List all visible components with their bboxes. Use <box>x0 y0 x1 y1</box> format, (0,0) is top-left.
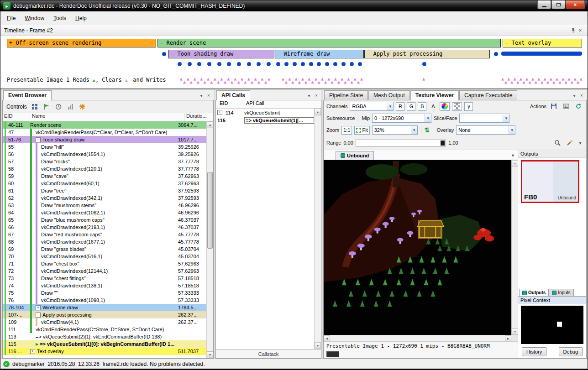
texture-list-dropdown-icon[interactable]: ▼ <box>508 153 518 160</box>
usage-marker[interactable]: ▲ <box>571 80 573 84</box>
usage-marker[interactable]: ▲ <box>562 77 564 81</box>
timeline-bar-text-overlay[interactable]: - Text overlay <box>503 39 582 47</box>
usage-marker[interactable]: ▲ <box>207 77 210 81</box>
texture-display[interactable] <box>324 160 511 335</box>
event-row[interactable]: 111vkCmdEndRenderPass(C=Store, D=Store, … <box>3 326 206 333</box>
zoom-1to1-button[interactable]: 1:1 <box>341 126 352 135</box>
draw-marker-dot[interactable] <box>341 62 346 66</box>
usage-marker[interactable]: ▲ <box>224 80 226 84</box>
range-max-value[interactable]: 1.00 <box>448 140 458 146</box>
usage-marker[interactable]: ▲ <box>546 80 549 84</box>
usage-marker[interactable]: ▲ <box>351 80 353 84</box>
usage-marker[interactable]: ▲ <box>504 80 507 84</box>
usage-marker[interactable]: ▲ <box>550 77 552 81</box>
zoom-select[interactable]: 32%▼ <box>372 125 418 135</box>
column-duration[interactable]: Duratio... <box>185 113 213 121</box>
usage-marker[interactable]: ▲ <box>241 77 243 81</box>
usage-marker[interactable]: ▲ <box>214 77 216 81</box>
event-row[interactable]: 74vkCmdDrawIndexed(138,1)57.18518 <box>3 282 206 289</box>
usage-marker[interactable]: ▲ <box>210 80 213 84</box>
column-eid[interactable]: EID <box>216 100 244 108</box>
usage-marker[interactable]: ▲ <box>254 77 257 81</box>
timeline-bar-post-processing[interactable]: - Apply post processing <box>364 50 490 58</box>
output-fb0-thumbnail[interactable]: FB0 Unbound <box>521 160 579 203</box>
background-checker-button[interactable] <box>452 102 462 111</box>
panel-menu-icon[interactable]: ▾ <box>571 93 578 98</box>
event-row[interactable]: 115▶=> vkQueueSubmit(1)[0]: vkBeginComma… <box>3 340 206 348</box>
event-row[interactable]: 70vkCmdDrawIndexed(516,1)45.03704 <box>3 253 206 260</box>
scroll-down-icon[interactable]: ▼ <box>512 328 518 335</box>
usage-marker[interactable]: ▲ <box>197 80 200 84</box>
usage-marker[interactable]: ▲ <box>522 80 525 84</box>
tab-outputs[interactable]: Outputs <box>519 289 549 296</box>
scroll-right-icon[interactable]: ▶ <box>505 335 511 342</box>
draw-marker-dot[interactable] <box>358 62 362 66</box>
event-row[interactable]: 73Draw "chest fittings"57.18518 <box>3 275 206 282</box>
event-row[interactable]: 113=> vkQueueSubmit(2)[1]: vkEndCommandB… <box>3 333 206 340</box>
panel-close-icon[interactable]: × <box>578 93 585 98</box>
event-row[interactable]: 72vkCmdDrawIndexed(12144,1)57.62963 <box>3 267 206 275</box>
slice-face-select[interactable]: ▼ <box>459 114 509 123</box>
api-call-row[interactable]: 115=> vkQueueSubmit(1)[... <box>216 116 314 124</box>
usage-marker[interactable]: ▲ <box>544 77 546 81</box>
minimize-button[interactable] <box>537 0 551 9</box>
event-row[interactable]: 116-...+Text overlay511.7037 <box>3 348 206 355</box>
tree-expander-icon[interactable]: - <box>36 313 41 318</box>
usage-marker[interactable]: ▲ <box>422 77 425 81</box>
usage-marker[interactable]: ▲ <box>200 77 203 81</box>
event-row[interactable]: 68vkCmdDrawIndexed(1677,1)45.77778 <box>3 238 206 245</box>
color-wheel-button[interactable] <box>440 102 450 111</box>
usage-marker[interactable]: ▲ <box>565 80 567 84</box>
event-row[interactable]: 76vkCmdDrawIndexed(1098,1)57.33333 <box>3 297 206 304</box>
event-row[interactable]: 47vkCmdBeginRenderPass(C=Clear, D=Clear,… <box>3 129 206 136</box>
usage-marker[interactable]: ▲ <box>285 80 288 84</box>
menu-help[interactable]: Help <box>71 13 91 23</box>
tab-pipeline-state[interactable]: Pipeline State <box>324 90 368 100</box>
usage-marker[interactable]: ▲ <box>507 77 510 81</box>
usage-marker[interactable]: ▲ <box>354 77 357 81</box>
usage-marker[interactable]: ▲ <box>541 80 543 84</box>
event-row[interactable]: 69Draw "grass blades"45.03704 <box>3 245 206 253</box>
usage-marker[interactable]: ▲ <box>327 77 330 81</box>
usage-marker[interactable]: ▲ <box>360 77 363 81</box>
tree-expander-icon[interactable]: + <box>30 349 35 354</box>
event-row[interactable]: 65Draw "blue mushroom caps"46.37037 <box>3 216 206 224</box>
usage-marker[interactable]: ▲ <box>264 80 267 84</box>
draw-marker-dot[interactable] <box>325 62 329 66</box>
usage-marker[interactable]: ▲ <box>337 80 340 84</box>
close-button[interactable]: × <box>566 0 585 9</box>
timeline-bar-offscreen[interactable]: + Off-screen scene rendering <box>7 39 156 47</box>
usage-marker[interactable]: ▲ <box>535 80 537 84</box>
autofit-range-button[interactable] <box>565 139 575 147</box>
usage-marker[interactable]: ▲ <box>291 80 294 84</box>
range-slider-handle[interactable] <box>441 141 445 146</box>
usage-marker[interactable]: ▲ <box>244 80 247 84</box>
usage-marker[interactable]: ▲ <box>251 80 253 84</box>
event-row[interactable]: 78-104+Wireframe draw1784.5... <box>3 304 206 311</box>
usage-marker[interactable]: ▲ <box>321 77 324 81</box>
usage-marker[interactable]: ▲ <box>331 80 334 84</box>
column-eid[interactable]: EID <box>3 113 30 121</box>
usage-marker[interactable]: ▲ <box>288 77 291 81</box>
tab-inputs[interactable]: Inputs <box>549 289 573 296</box>
event-row[interactable]: 60vkCmdDrawIndexed(60,1)37.62963 <box>3 180 206 187</box>
timer-icon[interactable] <box>54 103 63 111</box>
usage-marker[interactable]: ▲ <box>180 77 183 81</box>
usage-marker[interactable]: ▲ <box>183 80 186 84</box>
draw-marker-dot[interactable] <box>317 62 321 66</box>
draw-marker-dot[interactable] <box>333 62 337 66</box>
event-row[interactable]: 71Draw "chest box"57.62963 <box>3 260 206 267</box>
event-row[interactable]: 61Draw "tree"37.92593 <box>3 187 206 194</box>
draw-marker-dot[interactable] <box>247 62 251 66</box>
menu-window[interactable]: Window <box>20 13 49 23</box>
green-channel-button[interactable]: G <box>407 102 415 111</box>
usage-marker[interactable]: ▲ <box>334 77 337 81</box>
alpha-channel-button[interactable]: A <box>429 102 437 111</box>
usage-marker[interactable]: ▲ <box>318 80 320 84</box>
range-min-value[interactable]: 0.00 <box>343 140 353 146</box>
options-icon[interactable] <box>78 103 86 111</box>
history-button[interactable]: History <box>522 347 546 356</box>
scrollbar-vertical[interactable]: ▲ ▼ <box>314 109 321 349</box>
usage-marker[interactable]: ▲ <box>558 80 561 84</box>
usage-marker[interactable]: ▲ <box>513 77 516 81</box>
